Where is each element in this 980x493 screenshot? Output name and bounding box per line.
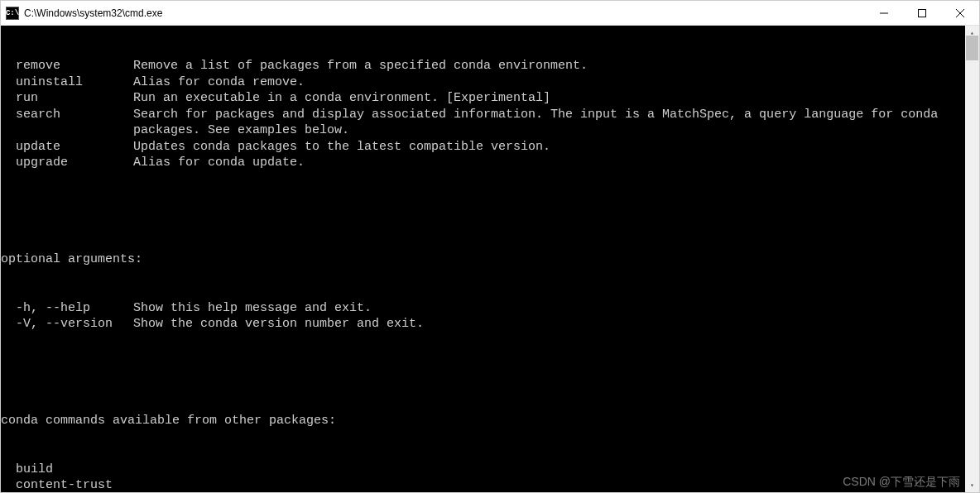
section-header: conda commands available from other pack… — [1, 413, 965, 429]
vertical-scrollbar[interactable]: ▴ ▾ — [965, 26, 979, 492]
argument-flags: -h, --help — [1, 300, 133, 317]
other-command-item: content-trust — [1, 477, 965, 492]
argument-flags: -V, --version — [1, 316, 133, 333]
argument-row: -h, --helpShow this help message and exi… — [1, 300, 965, 317]
argument-description: Show this help message and exit. — [133, 300, 965, 317]
window-title: C:\Windows\system32\cmd.exe — [24, 7, 865, 19]
close-button[interactable] — [941, 1, 979, 26]
console-container: removeRemove a list of packages from a s… — [1, 26, 979, 492]
scroll-thumb[interactable] — [966, 36, 978, 60]
command-row: upgradeAlias for conda update. — [1, 155, 965, 171]
window-controls — [865, 1, 979, 26]
console-output[interactable]: removeRemove a list of packages from a s… — [1, 26, 965, 492]
other-command-item: build — [1, 462, 965, 478]
command-name: run — [16, 90, 133, 107]
cmd-window: C:\ C:\Windows\system32\cmd.exe removeRe… — [0, 0, 980, 493]
argument-row: -V, --versionShow the conda version numb… — [1, 316, 965, 333]
command-name: update — [16, 139, 133, 156]
command-name: uninstall — [16, 74, 133, 91]
app-icon: C:\ — [6, 7, 19, 20]
command-description: Run an executable in a conda environment… — [133, 90, 965, 107]
command-description: Search for packages and display associat… — [133, 107, 965, 139]
svg-rect-1 — [919, 9, 926, 17]
maximize-button[interactable] — [903, 1, 941, 26]
scroll-down-arrow[interactable]: ▾ — [965, 478, 979, 492]
command-row: runRun an executable in a conda environm… — [1, 90, 965, 107]
command-description: Alias for conda remove. — [133, 74, 965, 91]
command-description: Remove a list of packages from a specifi… — [133, 58, 965, 74]
command-row: uninstallAlias for conda remove. — [1, 74, 965, 91]
command-row: removeRemove a list of packages from a s… — [1, 58, 965, 74]
titlebar: C:\ C:\Windows\system32\cmd.exe — [1, 1, 979, 26]
section-header: optional arguments: — [1, 251, 965, 268]
watermark: CSDN @下雪还是下雨 — [843, 475, 960, 490]
command-description: Updates conda packages to the latest com… — [133, 139, 965, 156]
command-name: upgrade — [16, 155, 133, 171]
command-row: searchSearch for packages and display as… — [1, 107, 965, 139]
argument-description: Show the conda version number and exit. — [133, 316, 965, 333]
command-name: remove — [16, 58, 133, 74]
command-name: search — [16, 107, 133, 139]
command-row: updateUpdates conda packages to the late… — [1, 139, 965, 156]
command-description: Alias for conda update. — [133, 155, 965, 171]
minimize-button[interactable] — [865, 1, 903, 26]
